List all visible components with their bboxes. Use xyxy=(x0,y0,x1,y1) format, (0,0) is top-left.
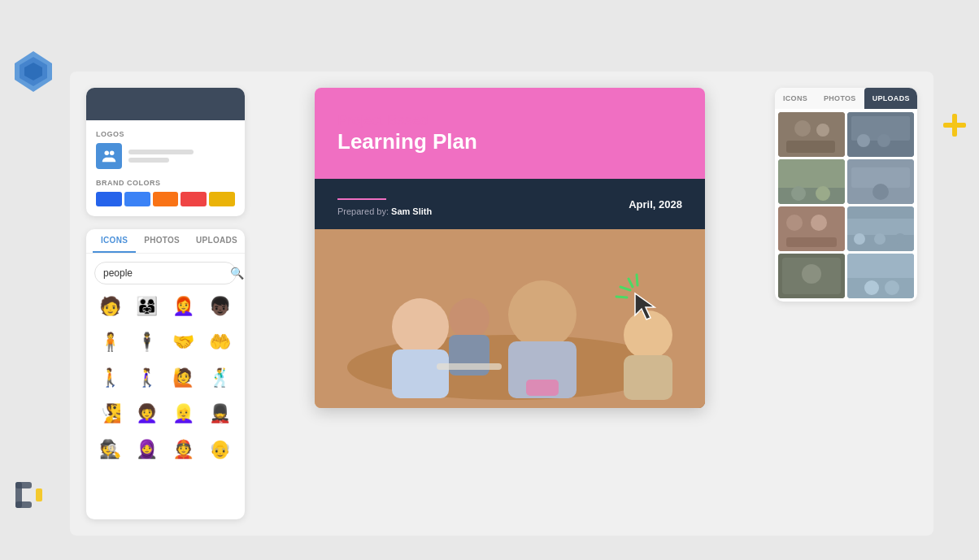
photo-thumb-2[interactable] xyxy=(847,112,914,157)
presentation-slide: Project Based Learning Plan Prepared by:… xyxy=(315,88,705,408)
search-bar: 🔍 xyxy=(94,262,237,284)
slide-title-big: Learning Plan xyxy=(337,129,682,154)
icon-handshake-2[interactable]: 🤲 xyxy=(205,327,236,358)
slide-author: Sam Slith xyxy=(391,206,432,216)
svg-point-45 xyxy=(874,233,885,245)
svg-line-56 xyxy=(616,297,627,297)
icon-person-9[interactable]: 🕵 xyxy=(94,434,125,465)
icon-silhouette-1[interactable]: 🧍 xyxy=(94,327,125,358)
tab-photos[interactable]: PHOTOS xyxy=(136,229,188,253)
slide-divider xyxy=(337,198,386,200)
uploads-tab-icons[interactable]: ICONS xyxy=(775,88,816,109)
brand-kit-card: LOGOS BRAND COLORS xyxy=(86,88,245,216)
uploads-tab-photos[interactable]: PHOTOS xyxy=(816,88,864,109)
icon-walk-2[interactable]: 🚶‍♀️ xyxy=(131,362,162,393)
icon-person-10[interactable]: 🧕 xyxy=(131,434,162,465)
brand-colors-label: BRAND COLORS xyxy=(96,179,235,187)
icon-tab-bar: ICONS PHOTOS UPLOADS xyxy=(86,229,245,254)
search-input[interactable] xyxy=(103,267,225,279)
icon-search-card: ICONS PHOTOS UPLOADS 🔍 🧑 👨‍👩‍👧 👩‍🦰 👦🏿 🧍 … xyxy=(86,229,245,519)
svg-rect-51 xyxy=(847,254,914,278)
svg-rect-7 xyxy=(15,501,32,508)
svg-point-39 xyxy=(786,215,803,231)
icon-person-4[interactable]: 👦🏿 xyxy=(205,291,236,322)
logo-line-1 xyxy=(128,150,194,154)
photos-grid xyxy=(775,109,917,302)
icon-person-3[interactable]: 👩‍🦰 xyxy=(168,291,199,322)
svg-point-30 xyxy=(877,134,890,147)
uploads-card: ICONS PHOTOS UPLOADS xyxy=(775,88,917,302)
photo-thumb-4[interactable] xyxy=(847,159,914,204)
photo-thumb-7[interactable] xyxy=(778,254,845,298)
svg-line-54 xyxy=(629,279,633,287)
svg-point-44 xyxy=(854,233,865,245)
logos-row xyxy=(96,143,235,169)
svg-rect-41 xyxy=(786,237,837,247)
svg-rect-6 xyxy=(15,482,32,488)
logo-lines xyxy=(128,150,194,163)
right-panel: ICONS PHOTOS UPLOADS xyxy=(775,88,917,519)
cursor-decoration xyxy=(612,271,738,331)
svg-rect-25 xyxy=(786,141,835,153)
photo-thumb-8[interactable] xyxy=(847,254,914,298)
icon-silhouette-2[interactable]: 🕴 xyxy=(131,327,162,358)
svg-point-37 xyxy=(872,184,889,200)
icon-person-5[interactable]: 🧏 xyxy=(94,398,125,429)
svg-rect-22 xyxy=(526,380,559,396)
tab-uploads[interactable]: UPLOADS xyxy=(188,229,245,253)
icon-person-2[interactable]: 👨‍👩‍👧 xyxy=(131,291,162,322)
color-swatch-2[interactable] xyxy=(124,192,150,206)
icon-raise-1[interactable]: 🙋 xyxy=(168,362,199,393)
logos-label: LOGOS xyxy=(96,130,235,138)
brand-kit-header xyxy=(86,88,245,120)
svg-point-26 xyxy=(816,124,829,137)
logo-icon xyxy=(96,143,122,169)
slide-date: April, 2028 xyxy=(629,198,682,211)
svg-point-46 xyxy=(894,233,906,245)
icon-person-6[interactable]: 👩‍🦱 xyxy=(131,398,162,429)
icon-person-8[interactable]: 💂 xyxy=(205,398,236,429)
svg-point-29 xyxy=(857,134,870,147)
icon-person-7[interactable]: 👱‍♀️ xyxy=(168,398,199,429)
icon-person-11[interactable]: 👲 xyxy=(168,434,199,465)
svg-rect-18 xyxy=(624,355,672,400)
search-icon[interactable]: 🔍 xyxy=(230,267,244,280)
deco-stack-icon xyxy=(11,47,56,95)
svg-point-15 xyxy=(508,280,577,349)
svg-point-13 xyxy=(392,298,449,355)
svg-point-40 xyxy=(811,215,827,231)
photo-thumb-5[interactable] xyxy=(778,206,845,251)
tab-icons[interactable]: ICONS xyxy=(93,229,136,253)
slide-pink-section: Project Based Learning Plan xyxy=(315,88,705,179)
svg-rect-8 xyxy=(36,488,42,501)
uploads-tab-uploads[interactable]: UPLOADS xyxy=(864,88,917,109)
color-swatch-4[interactable] xyxy=(181,192,207,206)
logo-line-2 xyxy=(128,158,169,163)
svg-line-57 xyxy=(637,275,637,285)
svg-line-55 xyxy=(620,287,630,290)
main-container: LOGOS BRAND COLORS xyxy=(70,72,933,536)
icon-person-1[interactable]: 🧑 xyxy=(94,291,125,322)
svg-rect-21 xyxy=(437,363,502,370)
color-swatch-5[interactable] xyxy=(209,192,235,206)
slide-title-small: Project Based xyxy=(337,112,682,129)
svg-point-33 xyxy=(791,186,806,201)
icon-person-12[interactable]: 👴 xyxy=(205,434,236,465)
icon-handshake-1[interactable]: 🤝 xyxy=(168,327,199,358)
slide-prepared: Prepared by: Sam Slith xyxy=(337,206,432,216)
color-swatch-1[interactable] xyxy=(96,192,122,206)
svg-rect-14 xyxy=(392,349,449,398)
svg-point-19 xyxy=(449,298,490,339)
svg-marker-58 xyxy=(635,293,655,319)
photo-thumb-6[interactable] xyxy=(847,206,914,251)
brand-colors-row xyxy=(96,192,235,206)
svg-point-34 xyxy=(816,186,830,201)
left-panel: LOGOS BRAND COLORS xyxy=(86,88,245,519)
photo-thumb-1[interactable] xyxy=(778,112,845,157)
photo-thumb-3[interactable] xyxy=(778,159,845,204)
color-swatch-3[interactable] xyxy=(153,192,179,206)
icon-walk-1[interactable]: 🚶 xyxy=(94,362,125,393)
svg-point-10 xyxy=(110,151,115,156)
icon-dance-1[interactable]: 🕺 xyxy=(205,362,236,393)
svg-rect-43 xyxy=(847,219,914,235)
